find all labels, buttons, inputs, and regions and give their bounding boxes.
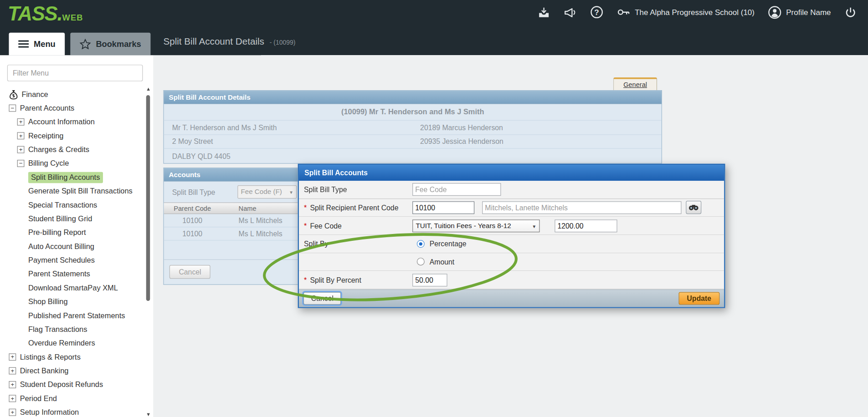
account-title: (10099) Mr T. Henderson and Ms J Smith: [164, 104, 662, 120]
expand-icon[interactable]: [9, 381, 16, 388]
menu-tree-item[interactable]: Account Information: [0, 115, 144, 129]
menu-tree-item[interactable]: Download SmartaPay XML: [0, 281, 144, 295]
downloads-icon[interactable]: [537, 6, 550, 19]
menu-tree-item[interactable]: Parent Accounts: [0, 101, 144, 115]
school-selector[interactable]: The Alpha Progressive School (10): [616, 5, 755, 20]
amount-radio[interactable]: [417, 258, 425, 266]
menu-tree-item[interactable]: Setup Information: [0, 406, 144, 417]
menu-tree-item[interactable]: Shop Billing: [0, 295, 144, 309]
profile-icon: [768, 5, 781, 19]
address-line: Mr T. Henderson and Ms J Smith: [164, 123, 419, 132]
dialog-form: Split Bill Type *Split Recipient Parent …: [299, 181, 724, 289]
required-marker: *: [304, 203, 307, 212]
menu-item-label: Parent Statements: [28, 270, 90, 278]
key-icon: [616, 5, 631, 20]
collapse-icon[interactable]: [9, 105, 16, 112]
tass-logo[interactable]: TASS.WEB: [8, 2, 83, 25]
school-name: The Alpha Progressive School (10): [635, 8, 755, 16]
menu-tree-item[interactable]: Charges & Credits: [0, 142, 144, 156]
menu-tree-item[interactable]: Special Transactions: [0, 198, 144, 212]
recipient-code-input[interactable]: [412, 201, 474, 214]
menu-tree-item[interactable]: Parent Statements: [0, 267, 144, 281]
announcements-icon[interactable]: [563, 6, 577, 19]
menu-tree-item[interactable]: Student Billing Grid: [0, 212, 144, 225]
menu-tree-item[interactable]: Pre-billing Report: [0, 226, 144, 239]
menu-tree-item[interactable]: Finance: [0, 87, 144, 101]
page-title-suffix: - (10099): [270, 39, 296, 46]
menu-tree-item[interactable]: Generate Split Bill Transactions: [0, 184, 144, 198]
fee-code-field-label: *Fee Code: [299, 222, 412, 230]
topbar-actions: ? The Alpha Progressive School (10) Prof…: [537, 0, 857, 24]
recipient-name-input[interactable]: [482, 201, 681, 214]
dialog-footer: Cancel Update: [299, 289, 724, 307]
expand-icon[interactable]: [9, 409, 16, 416]
menu-item-label: Student Billing Grid: [28, 214, 92, 223]
required-marker: *: [304, 276, 307, 284]
scroll-down-icon[interactable]: [145, 411, 152, 417]
fee-code-selected-value: TUIT, Tuition Fees - Years 8-12: [416, 222, 511, 229]
percentage-radio[interactable]: [417, 240, 425, 248]
menu-item-label: Student Deposit Refunds: [20, 381, 103, 389]
menu-item-label: Billing Cycle: [28, 159, 69, 168]
sidebar-scrollbar[interactable]: [145, 86, 152, 417]
menu-tree-item[interactable]: Listings & Reports: [0, 350, 144, 364]
question-mark: ?: [591, 6, 603, 18]
menu-tree-item[interactable]: Auto Account Billing: [0, 239, 144, 253]
menu-item-label: Charges & Credits: [28, 146, 89, 154]
menu-tree-item[interactable]: Receipting: [0, 129, 144, 142]
label-text: Split By: [304, 239, 329, 248]
expand-icon[interactable]: [9, 367, 16, 375]
details-row: 2 Moy Street 20935 Jessica Henderson: [164, 135, 662, 149]
fee-amount-input[interactable]: [555, 219, 617, 232]
logout-icon[interactable]: [844, 6, 857, 19]
menu-tree-item[interactable]: Billing Cycle: [0, 157, 144, 170]
menu-tree-item[interactable]: Payment Schedules: [0, 253, 144, 267]
update-button[interactable]: Update: [678, 292, 719, 305]
dialog-title: Split Bill Accounts: [299, 165, 724, 181]
tab-general[interactable]: General: [613, 77, 657, 90]
expand-icon[interactable]: [9, 353, 16, 361]
menu-tree-item[interactable]: Student Deposit Refunds: [0, 378, 144, 392]
form-row-split-by-amount: Amount: [299, 253, 724, 271]
sidebar: Finance Parent Accounts: [0, 55, 154, 417]
lookup-button[interactable]: [686, 201, 701, 214]
fee-code-select[interactable]: TUIT, Tuition Fees - Years 8-12: [412, 219, 539, 232]
split-percent-input[interactable]: [412, 274, 447, 286]
menu-tree-item[interactable]: Published Parent Statements: [0, 309, 144, 322]
menu-tree-item[interactable]: Direct Banking: [0, 364, 144, 377]
collapse-icon[interactable]: [17, 160, 25, 167]
split-bill-type-input[interactable]: [412, 183, 501, 196]
percentage-radio-label[interactable]: Percentage: [430, 239, 467, 248]
menu-tree-item[interactable]: Flag Transactions: [0, 322, 144, 336]
menu-tree-item[interactable]: Overdue Reminders: [0, 336, 144, 350]
menu-tab[interactable]: Menu: [9, 33, 65, 56]
menu-item-label: Shop Billing: [28, 298, 68, 306]
expand-icon[interactable]: [17, 118, 25, 126]
expand-icon[interactable]: [17, 146, 25, 153]
amount-radio-label[interactable]: Amount: [430, 258, 454, 266]
filter-menu-input[interactable]: [7, 65, 143, 81]
split-bill-type-value: Fee Code (F): [241, 188, 282, 196]
form-row-split-bill-type: Split Bill Type: [299, 181, 724, 199]
accounts-cancel-button[interactable]: Cancel: [169, 265, 211, 279]
expand-icon[interactable]: [9, 395, 16, 402]
expand-icon[interactable]: [17, 132, 25, 139]
menu-item-label: Receipting: [28, 132, 64, 140]
scrollbar-thumb[interactable]: [146, 95, 150, 301]
cancel-button[interactable]: Cancel: [303, 292, 341, 305]
finance-moneybag-icon: [9, 89, 18, 99]
scroll-up-icon[interactable]: [145, 86, 152, 92]
address-line: 2 Moy Street: [164, 137, 419, 146]
split-bill-type-select[interactable]: Fee Code (F): [237, 185, 297, 198]
column-name: Name: [221, 204, 257, 212]
menu-item-label: Setup Information: [20, 408, 79, 417]
top-bar: TASS.WEB ? The Alpha Progressive School …: [0, 0, 868, 55]
menu-tree-item[interactable]: Split Billing Accounts: [0, 170, 144, 184]
menu-tree-item[interactable]: Period End: [0, 392, 144, 405]
bookmarks-tab[interactable]: Bookmarks: [71, 33, 151, 56]
menu-item-label: Parent Accounts: [20, 104, 74, 112]
menu-item-label: Generate Split Bill Transactions: [28, 187, 133, 195]
menu-item-label: Auto Account Billing: [28, 242, 94, 250]
help-icon[interactable]: ?: [591, 6, 603, 18]
profile-menu[interactable]: Profile Name: [768, 5, 831, 19]
